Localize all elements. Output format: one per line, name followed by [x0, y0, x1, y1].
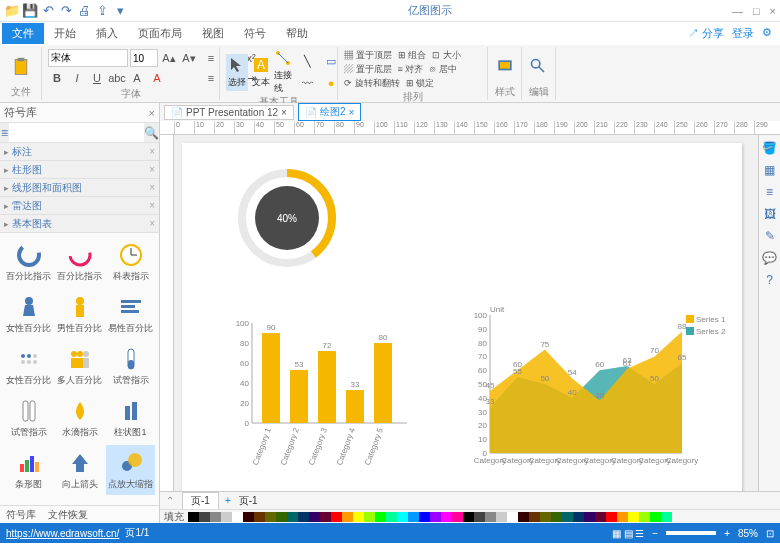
color-swatch[interactable]: [518, 512, 529, 522]
menu-file[interactable]: 文件: [2, 23, 44, 44]
color-swatch[interactable]: [199, 512, 210, 522]
color-swatch[interactable]: [386, 512, 397, 522]
bold-button[interactable]: B: [48, 69, 66, 87]
fill-tool-icon[interactable]: 🪣: [762, 141, 778, 157]
shape-item[interactable]: [106, 497, 155, 505]
color-swatch[interactable]: [419, 512, 430, 522]
category-item[interactable]: ▸标注×: [0, 143, 159, 161]
doc-tab-drawing[interactable]: 📄 绘图2 ×: [298, 103, 361, 121]
menu-help[interactable]: 帮助: [276, 23, 318, 44]
undo-icon[interactable]: ↶: [40, 3, 56, 19]
color-swatch[interactable]: [298, 512, 309, 522]
color-swatch[interactable]: [573, 512, 584, 522]
font-family-select[interactable]: [48, 49, 128, 67]
category-item[interactable]: ▸雷达图×: [0, 197, 159, 215]
shape-item[interactable]: 柱状图1: [106, 393, 155, 443]
tab-scroll-icon[interactable]: ⌃: [160, 495, 180, 506]
underline-button[interactable]: U: [88, 69, 106, 87]
help-icon[interactable]: ?: [762, 273, 778, 289]
color-swatch[interactable]: [617, 512, 628, 522]
bullets-button[interactable]: ≡: [202, 49, 220, 67]
align-button[interactable]: ≡: [202, 69, 220, 87]
shape-item[interactable]: 科表指示: [106, 237, 155, 287]
layers-icon[interactable]: ≡: [762, 185, 778, 201]
library-menu-icon[interactable]: ≡: [0, 123, 9, 142]
grow-font-icon[interactable]: A▴: [160, 49, 178, 67]
close-button[interactable]: ×: [770, 5, 776, 17]
shape-item[interactable]: 多人百分比: [55, 341, 104, 391]
color-swatch[interactable]: [628, 512, 639, 522]
style-button[interactable]: [494, 49, 515, 85]
connector-tool[interactable]: 连接线: [274, 49, 292, 95]
size-button[interactable]: ⊡ 大小: [432, 49, 461, 62]
color-swatch[interactable]: [188, 512, 199, 522]
color-swatch[interactable]: [507, 512, 518, 522]
color-swatch[interactable]: [606, 512, 617, 522]
menu-page-layout[interactable]: 页面布局: [128, 23, 192, 44]
edit-button[interactable]: [528, 49, 549, 85]
canvas[interactable]: 40% 02040608010090Category 153Category 2…: [174, 135, 758, 491]
rotate-button[interactable]: ⟳ 旋转和翻转: [344, 77, 400, 90]
save-icon[interactable]: 💾: [22, 3, 38, 19]
color-swatch[interactable]: [639, 512, 650, 522]
fit-icon[interactable]: ⊡: [766, 528, 774, 539]
folder-icon[interactable]: 📁: [4, 3, 20, 19]
search-icon[interactable]: 🔍: [144, 123, 159, 142]
color-swatch[interactable]: [485, 512, 496, 522]
menu-start[interactable]: 开始: [44, 23, 86, 44]
export-icon[interactable]: ⇪: [94, 3, 110, 19]
highlight-button[interactable]: A: [128, 69, 146, 87]
font-color-button[interactable]: A: [148, 69, 166, 87]
group-button[interactable]: ⊞ 组合: [398, 49, 427, 62]
italic-button[interactable]: I: [68, 69, 86, 87]
area-chart[interactable]: Unit010203040506070809010045607554386170…: [462, 303, 732, 473]
sidebar-tab-recovery[interactable]: 文件恢复: [42, 506, 94, 523]
color-swatch[interactable]: [353, 512, 364, 522]
color-swatch[interactable]: [210, 512, 221, 522]
color-swatch[interactable]: [221, 512, 232, 522]
search-input[interactable]: [9, 123, 144, 142]
color-swatch[interactable]: [529, 512, 540, 522]
category-item[interactable]: ▸线形图和面积图×: [0, 179, 159, 197]
shape-item[interactable]: 水滴指示: [55, 393, 104, 443]
page-tab-1[interactable]: 页-1: [182, 492, 219, 510]
text-tool[interactable]: A 文本: [252, 56, 270, 89]
zoom-out-icon[interactable]: −: [652, 528, 658, 539]
color-swatch[interactable]: [320, 512, 331, 522]
color-swatch[interactable]: [309, 512, 320, 522]
settings-icon[interactable]: ⚙: [762, 26, 772, 41]
redo-icon[interactable]: ↷: [58, 3, 74, 19]
category-item[interactable]: ▸基本图表×: [0, 215, 159, 233]
minimize-button[interactable]: —: [732, 5, 743, 17]
gauge-chart[interactable]: 40%: [232, 163, 342, 273]
zoom-in-icon[interactable]: +: [724, 528, 730, 539]
color-swatch[interactable]: [342, 512, 353, 522]
color-swatch[interactable]: [364, 512, 375, 522]
print-icon[interactable]: 🖨: [76, 3, 92, 19]
comment-icon[interactable]: 💬: [762, 251, 778, 267]
shape-item[interactable]: 条形图: [4, 445, 53, 495]
paste-button[interactable]: [6, 49, 35, 85]
more-icon[interactable]: ▾: [112, 3, 128, 19]
drawing-page[interactable]: 40% 02040608010090Category 153Category 2…: [182, 143, 742, 491]
close-icon[interactable]: ×: [149, 107, 155, 119]
strike-button[interactable]: abc: [108, 69, 126, 87]
color-swatch[interactable]: [452, 512, 463, 522]
color-swatch[interactable]: [595, 512, 606, 522]
shape-item[interactable]: 向上箭头: [55, 445, 104, 495]
zoom-slider[interactable]: [666, 531, 716, 535]
category-item[interactable]: ▸柱形图×: [0, 161, 159, 179]
shrink-font-icon[interactable]: A▾: [180, 49, 198, 67]
shape-item[interactable]: 男性百分比: [55, 289, 104, 339]
shape-item[interactable]: [4, 497, 53, 505]
shape-item[interactable]: 百分比指示: [4, 237, 53, 287]
color-swatch[interactable]: [397, 512, 408, 522]
color-swatch[interactable]: [562, 512, 573, 522]
shape-item[interactable]: 试管指示: [4, 393, 53, 443]
menu-symbol[interactable]: 符号: [234, 23, 276, 44]
color-swatch[interactable]: [375, 512, 386, 522]
share-button[interactable]: ↗ 分享: [688, 26, 724, 41]
select-tool[interactable]: 选择: [226, 54, 248, 91]
doc-tab-ppt[interactable]: 📄 PPT Presentation 12 ×: [164, 105, 294, 120]
color-swatch[interactable]: [584, 512, 595, 522]
